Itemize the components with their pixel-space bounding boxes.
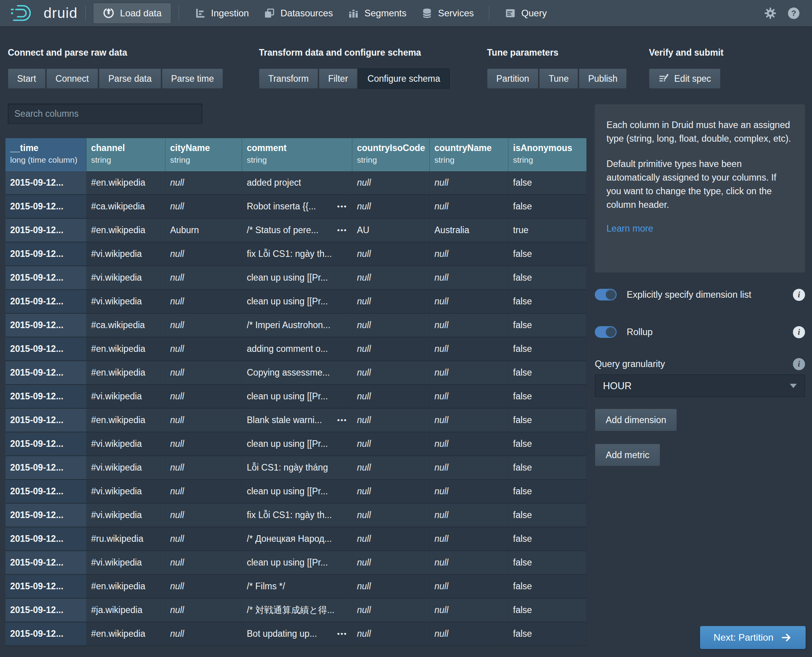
nav-items: Ingestion Datasources Segments Services … — [187, 6, 554, 21]
cell-time: 2015-09-12... — [5, 432, 86, 455]
cell-channel: #en.wikipedia — [86, 171, 165, 194]
table-row: 2015-09-12...#vi.wikipedianullclean up u… — [5, 266, 587, 290]
column-header-channel[interactable]: channelstring — [86, 138, 165, 171]
search-input[interactable] — [8, 104, 202, 124]
toggle-label: Rollup — [627, 327, 653, 337]
cell-isAnonymous: true — [508, 219, 587, 242]
column-header-comment[interactable]: commentstring — [242, 138, 352, 171]
cell-value: /* 対戦通算成績と得... — [247, 604, 334, 616]
step-start[interactable]: Start — [8, 69, 46, 89]
gear-icon[interactable] — [764, 7, 777, 20]
toggle-explicitly-specify-dimension-list[interactable] — [595, 289, 617, 300]
cell-value: false — [513, 296, 532, 307]
cell-value: 2015-09-12... — [10, 510, 63, 520]
cell-channel: #vi.wikipedia — [86, 480, 165, 503]
cell-value: null — [357, 510, 371, 520]
cell-value: false — [513, 320, 532, 330]
step-tune[interactable]: Tune — [539, 69, 578, 89]
cell-cityName: null — [165, 527, 242, 550]
table-row: 2015-09-12...#ca.wikipedianull/* Imperi … — [5, 314, 587, 337]
column-name: cityName — [170, 143, 237, 153]
help-icon[interactable]: ? — [787, 7, 800, 20]
table-body: 2015-09-12...#en.wikipedianulladded proj… — [5, 171, 587, 646]
cell-channel: #en.wikipedia — [86, 337, 165, 360]
cell-value: null — [170, 296, 184, 307]
column-header-isAnonymous[interactable]: isAnonymousstring — [508, 138, 587, 171]
nav-right: ? — [764, 7, 800, 20]
step-configure-schema[interactable]: Configure schema — [358, 69, 450, 89]
cell-value: 2015-09-12... — [10, 534, 63, 544]
cell-isAnonymous: false — [508, 337, 587, 360]
cell-countryName: null — [430, 622, 508, 645]
druid-logo[interactable]: druid — [10, 4, 77, 23]
nav-item-datasources[interactable]: Datasources — [264, 7, 333, 19]
callout-paragraph: Each column in Druid must have an assign… — [606, 118, 793, 146]
next-partition-button[interactable]: Next: Partition — [700, 626, 806, 649]
add-metric-button[interactable]: Add metric — [595, 444, 660, 466]
cell-value: #vi.wikipedia — [91, 272, 142, 283]
cell-value: #en.wikipedia — [91, 225, 145, 235]
toggle-label: Explicitly specify dimension list — [627, 290, 751, 300]
cell-value: null — [170, 320, 184, 330]
cell-cityName: null — [165, 314, 242, 337]
comment-overflow-dots: ••• — [334, 202, 347, 211]
cell-time: 2015-09-12... — [5, 504, 86, 527]
table-row: 2015-09-12...#en.wikipedianullBot updati… — [5, 622, 587, 646]
cell-countryName: null — [430, 195, 508, 218]
cell-value: #en.wikipedia — [91, 581, 145, 592]
cell-isAnonymous: false — [508, 551, 587, 574]
step-group: Transform data and configure schemaTrans… — [259, 47, 450, 89]
nav-item-segments[interactable]: Segments — [348, 7, 406, 19]
nav-item-services[interactable]: Services — [421, 7, 474, 19]
column-header-cityName[interactable]: cityNamestring — [165, 138, 242, 171]
nav-divider — [85, 6, 86, 21]
info-icon[interactable]: i — [793, 326, 805, 338]
cell-value: fix Lỗi CS1: ngày th... — [247, 249, 332, 259]
cell-value: /* Донецкая Народ... — [247, 534, 332, 544]
cell-comment: clean up using [[Pr... — [242, 432, 352, 455]
column-header-countryIsoCode[interactable]: countryIsoCodestring — [352, 138, 430, 171]
step-filter[interactable]: Filter — [319, 69, 357, 89]
comment-overflow-dots: ••• — [334, 630, 347, 638]
cell-value: #ja.wikipedia — [91, 605, 142, 615]
info-icon[interactable]: i — [793, 358, 805, 370]
nav-item-load-data[interactable]: Load data — [93, 3, 171, 23]
cell-comment: /* Status of pere...••• — [242, 219, 352, 242]
column-header-time[interactable]: __timelong (time column) — [5, 138, 86, 171]
step-buttons: TransformFilterConfigure schema — [259, 69, 450, 89]
cell-value: 2015-09-12... — [10, 249, 63, 259]
cell-time: 2015-09-12... — [5, 337, 86, 360]
cell-comment: fix Lỗi CS1: ngày th... — [242, 242, 352, 265]
cell-value: #vi.wikipedia — [91, 486, 142, 497]
cell-countryName: null — [430, 314, 508, 337]
step-transform[interactable]: Transform — [259, 69, 318, 89]
cell-value: 2015-09-12... — [10, 225, 63, 235]
step-button-label: Tune — [548, 74, 569, 84]
info-icon[interactable]: i — [793, 289, 805, 301]
cell-time: 2015-09-12... — [5, 527, 86, 550]
cell-countryName: null — [430, 504, 508, 527]
cell-value: null — [434, 249, 448, 259]
step-parse-data[interactable]: Parse data — [99, 69, 161, 89]
step-partition[interactable]: Partition — [487, 69, 538, 89]
learn-more-link[interactable]: Learn more — [606, 223, 653, 234]
cell-value: false — [513, 249, 532, 259]
cell-value: null — [434, 629, 448, 639]
cell-countryName: null — [430, 599, 508, 622]
nav-item-query[interactable]: Query — [504, 7, 547, 19]
column-header-countryName[interactable]: countryNamestring — [430, 138, 508, 171]
nav-item-ingestion[interactable]: Ingestion — [194, 7, 249, 19]
add-dimension-button[interactable]: Add dimension — [595, 409, 677, 431]
cell-value: null — [357, 391, 371, 402]
schema-table: __timelong (time column)channelstringcit… — [5, 138, 587, 647]
column-type: long (time column) — [10, 155, 81, 165]
cell-value: Robot inserta {{... — [247, 201, 316, 212]
cell-countryIsoCode: null — [352, 314, 430, 337]
query-granularity-select[interactable]: HOUR — [595, 374, 805, 397]
step-parse-time[interactable]: Parse time — [162, 69, 223, 89]
cell-value: clean up using [[Pr... — [247, 439, 328, 449]
cell-countryIsoCode: null — [352, 575, 430, 598]
step-connect[interactable]: Connect — [46, 69, 98, 89]
toggle-rollup[interactable] — [595, 326, 617, 338]
cell-value: false — [513, 391, 532, 402]
